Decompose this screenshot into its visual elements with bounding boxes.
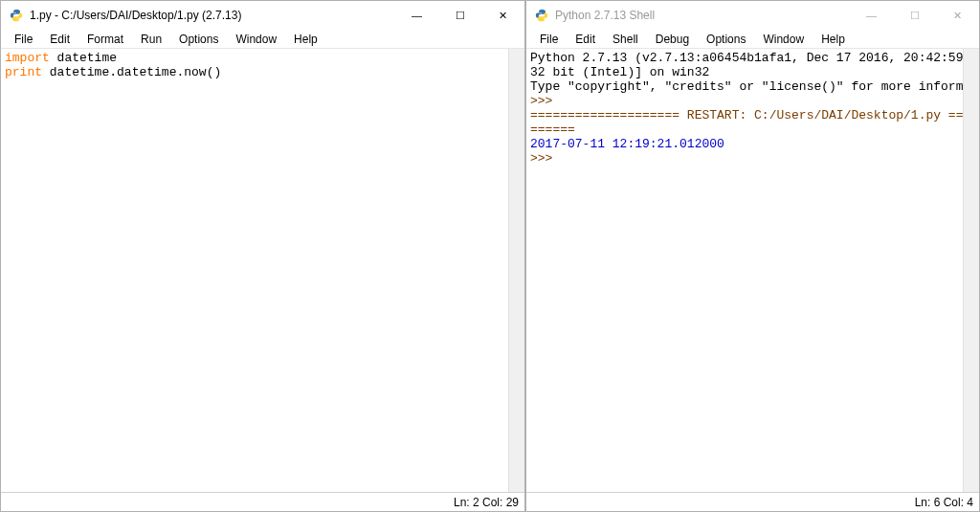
editor-titlebar[interactable]: 1.py - C:/Users/DAI/Desktop/1.py (2.7.13… (1, 1, 524, 30)
minimize-button[interactable]: — (395, 1, 438, 30)
shell-prompt: >>> (530, 151, 560, 166)
editor-window-controls: — ☐ ✕ (395, 1, 524, 30)
keyword-import: import (5, 51, 50, 65)
menu-edit[interactable]: Edit (42, 32, 78, 47)
shell-output: 2017-07-11 12:19:21.012000 (530, 137, 724, 151)
shell-title: Python 2.7.13 Shell (555, 9, 850, 22)
menu-file[interactable]: File (532, 32, 566, 47)
shell-scrollbar[interactable] (963, 49, 979, 492)
shell-cursor-position: Ln: 6 Col: 4 (915, 496, 973, 509)
python-icon (534, 8, 549, 23)
shell-menubar: File Edit Shell Debug Options Window Hel… (526, 30, 979, 49)
shell-window-controls: — ☐ ✕ (850, 1, 979, 30)
minimize-button[interactable]: — (850, 1, 893, 30)
editor-window: 1.py - C:/Users/DAI/Desktop/1.py (2.7.13… (0, 0, 525, 512)
menu-file[interactable]: File (7, 32, 40, 47)
editor-menubar: File Edit Format Run Options Window Help (1, 30, 524, 49)
menu-edit[interactable]: Edit (568, 32, 603, 47)
shell-banner: Type "copyright", "credits" or "license(… (530, 79, 979, 94)
shell-prompt: >>> (530, 94, 560, 108)
close-button[interactable]: ✕ (481, 1, 524, 30)
maximize-button[interactable]: ☐ (893, 1, 936, 30)
maximize-button[interactable]: ☐ (438, 1, 481, 30)
python-icon (9, 8, 24, 23)
close-button[interactable]: ✕ (936, 1, 979, 30)
menu-help[interactable]: Help (286, 32, 325, 47)
menu-options[interactable]: Options (699, 32, 753, 47)
keyword-print: print (5, 65, 42, 79)
menu-debug[interactable]: Debug (648, 32, 697, 47)
shell-banner: 32 bit (Intel)] on win32 (530, 65, 709, 79)
shell-restart-line: ==================== RESTART: C:/Users/D… (530, 108, 979, 122)
shell-banner: Python 2.7.13 (v2.7.13:a06454b1afa1, Dec… (530, 51, 979, 65)
code-text: datetime.datetime.now() (42, 65, 221, 79)
menu-format[interactable]: Format (79, 32, 131, 47)
editor-statusbar: Ln: 2 Col: 29 (1, 492, 524, 511)
menu-help[interactable]: Help (813, 32, 853, 47)
menu-run[interactable]: Run (133, 32, 169, 47)
code-text: datetime (50, 51, 117, 65)
shell-window: Python 2.7.13 Shell — ☐ ✕ File Edit Shel… (525, 0, 980, 512)
shell-text-area[interactable]: Python 2.7.13 (v2.7.13:a06454b1afa1, Dec… (526, 49, 979, 492)
menu-options[interactable]: Options (171, 32, 226, 47)
editor-text-area[interactable]: import datetime print datetime.datetime.… (1, 49, 524, 492)
shell-restart-line: ====== (530, 122, 575, 137)
menu-window[interactable]: Window (228, 32, 284, 47)
editor-scrollbar[interactable] (508, 49, 524, 492)
shell-titlebar[interactable]: Python 2.7.13 Shell — ☐ ✕ (526, 1, 979, 30)
menu-shell[interactable]: Shell (605, 32, 646, 47)
menu-window[interactable]: Window (755, 32, 812, 47)
shell-statusbar: Ln: 6 Col: 4 (526, 492, 979, 511)
editor-title: 1.py - C:/Users/DAI/Desktop/1.py (2.7.13… (30, 9, 395, 22)
editor-cursor-position: Ln: 2 Col: 29 (454, 496, 519, 509)
